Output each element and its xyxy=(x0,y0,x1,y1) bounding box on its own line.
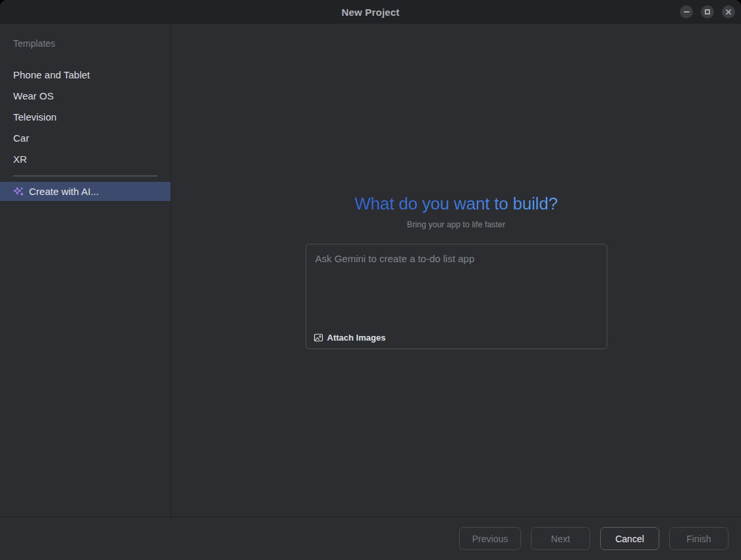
prompt-box: Attach Images xyxy=(306,244,607,349)
sidebar-header: Templates xyxy=(0,38,171,51)
cancel-button[interactable]: Cancel xyxy=(600,527,659,550)
window-controls: ✕ xyxy=(680,0,735,24)
image-attach-icon xyxy=(314,333,323,343)
previous-button[interactable]: Previous xyxy=(459,527,521,550)
sidebar-divider xyxy=(13,175,157,177)
window-title: New Project xyxy=(341,7,399,18)
maximize-button[interactable] xyxy=(701,5,714,18)
dialog-body: Templates Phone and Tablet Wear OS Telev… xyxy=(0,24,741,517)
attach-images-button[interactable]: Attach Images xyxy=(314,333,386,343)
finish-button[interactable]: Finish xyxy=(669,527,728,550)
sidebar-item-label: Create with AI... xyxy=(29,186,99,197)
templates-sidebar: Templates Phone and Tablet Wear OS Telev… xyxy=(0,24,171,517)
close-icon: ✕ xyxy=(725,8,732,16)
new-project-dialog: New Project ✕ Templates Phone and Tablet… xyxy=(0,0,741,560)
sidebar-item-car[interactable]: Car xyxy=(0,127,171,148)
page-subtitle: Bring your app to life faster xyxy=(407,220,505,229)
titlebar[interactable]: New Project ✕ xyxy=(0,0,741,24)
sidebar-item-create-with-ai[interactable]: Create with AI... xyxy=(0,182,171,201)
sidebar-item-phone-and-tablet[interactable]: Phone and Tablet xyxy=(0,64,171,85)
maximize-icon xyxy=(705,9,710,14)
attach-images-label: Attach Images xyxy=(327,333,386,343)
next-button[interactable]: Next xyxy=(531,527,590,550)
sidebar-item-wear-os[interactable]: Wear OS xyxy=(0,85,171,106)
close-button[interactable]: ✕ xyxy=(722,5,735,18)
sidebar-item-xr[interactable]: XR xyxy=(0,148,171,169)
wizard-footer: Previous Next Cancel Finish xyxy=(0,517,741,560)
page-title: What do you want to build? xyxy=(354,194,557,214)
minimize-button[interactable] xyxy=(680,5,693,18)
sidebar-item-television[interactable]: Television xyxy=(0,106,171,127)
gemini-sparkle-icon xyxy=(13,186,24,197)
minimize-icon xyxy=(684,11,690,13)
main-panel: What do you want to build? Bring your ap… xyxy=(171,24,741,517)
